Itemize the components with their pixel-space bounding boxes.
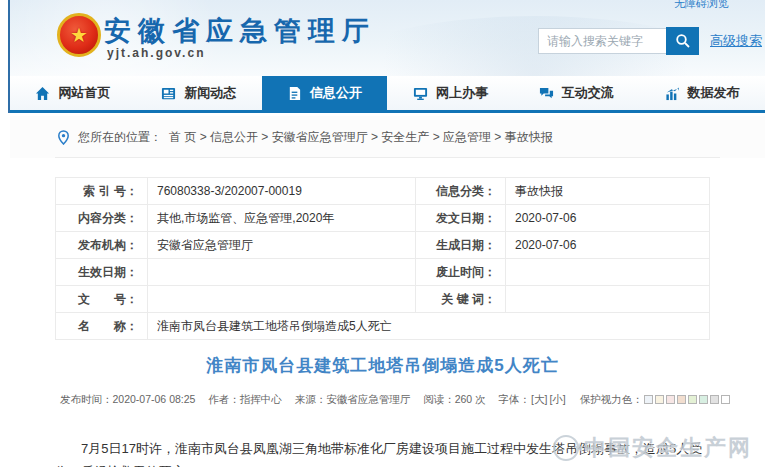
views-label: 阅读： bbox=[423, 393, 455, 405]
meta-label: 生效日期： bbox=[56, 259, 148, 286]
font-large-button[interactable]: [大] bbox=[531, 393, 547, 405]
nav-item-label: 信息公开 bbox=[310, 84, 362, 102]
page-left-border bbox=[8, 0, 10, 113]
meta-label: 信息分类： bbox=[416, 178, 506, 205]
eye-color-swatch[interactable] bbox=[655, 395, 664, 404]
meta-value: 2020-07-06 bbox=[506, 232, 710, 259]
eye-color-swatch[interactable] bbox=[721, 395, 730, 404]
nav-item-label: 新闻动态 bbox=[184, 84, 236, 102]
national-emblem-logo: ★ bbox=[57, 13, 101, 57]
search-area: 高级搜索 bbox=[538, 27, 762, 55]
monitor-icon bbox=[413, 86, 428, 101]
font-small-button[interactable]: [小] bbox=[549, 393, 565, 405]
author-value: 指挥中心 bbox=[240, 393, 282, 405]
eye-color-swatch[interactable] bbox=[688, 395, 697, 404]
table-row: 生效日期： 废止时间： bbox=[56, 259, 710, 286]
source-label: 来源： bbox=[295, 393, 327, 405]
site-title: 安徽省应急管理厅 bbox=[104, 13, 376, 49]
meta-value bbox=[506, 286, 710, 313]
meta-label: 文 号： bbox=[56, 286, 148, 313]
search-icon bbox=[675, 33, 691, 49]
site-url: yjt.ah.gov.cn bbox=[107, 46, 205, 60]
breadcrumb: 您所在的位置： 首 页 > 信息公开 > 安徽省应急管理厅 > 安全生产 > 应… bbox=[10, 116, 765, 158]
location-pin-icon bbox=[56, 130, 71, 145]
eye-color-swatch[interactable] bbox=[710, 395, 719, 404]
meta-value: 2020-07-06 bbox=[506, 205, 710, 232]
meta-label: 名 称： bbox=[56, 313, 148, 340]
article-meta-line: 发布时间：2020-07-06 08:25 作者：指挥中心 来源：安徽省应急管理… bbox=[55, 393, 710, 407]
nav-item-label: 数据发布 bbox=[688, 84, 740, 102]
meta-label: 关 键 词： bbox=[416, 286, 506, 313]
eye-color-swatch[interactable] bbox=[699, 395, 708, 404]
views-value: 260 次 bbox=[455, 393, 486, 405]
home-icon bbox=[35, 86, 50, 101]
table-row: 索 引 号： 76080338-3/202007-00019 信息分类： 事故快… bbox=[56, 178, 710, 205]
article-text: 7月5日17时许，淮南市凤台县凤凰湖三角地带标准化厂房建设项目施工过程中发生塔吊… bbox=[55, 441, 702, 467]
meta-value-document-name: 淮南市凤台县建筑工地塔吊倒塌造成5人死亡 bbox=[148, 313, 710, 340]
article-title: 淮南市凤台县建筑工地塔吊倒塌造成5人死亡 bbox=[55, 354, 710, 377]
document-meta-table: 索 引 号： 76080338-3/202007-00019 信息分类： 事故快… bbox=[55, 177, 710, 340]
source-value: 安徽省应急管理厅 bbox=[326, 393, 410, 405]
nav-item-label: 互动交流 bbox=[562, 84, 614, 102]
article-content-area: 索 引 号： 76080338-3/202007-00019 信息分类： 事故快… bbox=[55, 158, 710, 467]
search-input[interactable] bbox=[538, 28, 666, 54]
breadcrumb-prefix: 您所在的位置： bbox=[78, 129, 162, 146]
eye-color-swatch[interactable] bbox=[677, 395, 686, 404]
nav-item-interaction[interactable]: 互动交流 bbox=[513, 76, 639, 110]
meta-label: 生成日期： bbox=[416, 232, 506, 259]
publish-time-label: 发布时间： bbox=[60, 393, 113, 405]
nav-item-label: 网上办事 bbox=[436, 84, 488, 102]
chat-icon bbox=[539, 86, 554, 101]
nav-item-news[interactable]: 新闻动态 bbox=[136, 76, 262, 110]
table-row: 内容分类： 其他,市场监管、应急管理,2020年 发文日期： 2020-07-0… bbox=[56, 205, 710, 232]
emblem-star-icon: ★ bbox=[70, 25, 88, 45]
meta-value: 其他,市场监管、应急管理,2020年 bbox=[148, 205, 416, 232]
info-doc-icon bbox=[287, 86, 302, 101]
advanced-search-link[interactable]: 高级搜索 bbox=[710, 32, 762, 50]
nav-item-info-disclosure[interactable]: 信息公开 bbox=[262, 76, 388, 110]
breadcrumb-path[interactable]: 首 页 > 信息公开 > 安徽省应急管理厅 > 安全生产 > 应急管理 > 事故… bbox=[169, 129, 553, 146]
meta-label: 索 引 号： bbox=[56, 178, 148, 205]
meta-value bbox=[148, 259, 416, 286]
font-size-label: 字体： bbox=[499, 393, 531, 405]
table-row: 文 号： 关 键 词： bbox=[56, 286, 710, 313]
meta-label: 废止时间： bbox=[416, 259, 506, 286]
meta-label: 内容分类： bbox=[56, 205, 148, 232]
nav-item-home[interactable]: 网站首页 bbox=[10, 76, 136, 110]
accessibility-link[interactable]: 无障碍浏览 bbox=[674, 0, 729, 11]
search-button[interactable] bbox=[666, 27, 699, 55]
main-nav: 网站首页 新闻动态 信息公开 网上办事 互动交流 数据发布 bbox=[10, 76, 765, 113]
author-label: 作者： bbox=[208, 393, 240, 405]
eye-protect-label: 保护视力色： bbox=[580, 393, 643, 405]
meta-value: 安徽省应急管理厅 bbox=[148, 232, 416, 259]
meta-label: 发文日期： bbox=[416, 205, 506, 232]
nav-item-data-release[interactable]: 数据发布 bbox=[639, 76, 765, 110]
meta-value: 76080338-3/202007-00019 bbox=[148, 178, 416, 205]
article-body-paragraph: 7月5日17时许，淮南市凤台县凤凰湖三角地带标准化厂房建设项目施工过程中发生塔吊… bbox=[55, 438, 710, 467]
table-row: 发布机构： 安徽省应急管理厅 生成日期： 2020-07-06 bbox=[56, 232, 710, 259]
chart-icon bbox=[665, 86, 680, 101]
eye-color-swatch[interactable] bbox=[644, 395, 653, 404]
meta-label: 发布机构： bbox=[56, 232, 148, 259]
nav-item-label: 网站首页 bbox=[58, 84, 110, 102]
meta-value bbox=[506, 259, 710, 286]
meta-value bbox=[148, 286, 416, 313]
table-row: 名 称： 淮南市凤台县建筑工地塔吊倒塌造成5人死亡 bbox=[56, 313, 710, 340]
meta-value: 事故快报 bbox=[506, 178, 710, 205]
eye-color-swatch[interactable] bbox=[666, 395, 675, 404]
news-icon bbox=[161, 86, 176, 101]
publish-time-value: 2020-07-06 08:25 bbox=[113, 393, 196, 405]
nav-item-online-services[interactable]: 网上办事 bbox=[387, 76, 513, 110]
